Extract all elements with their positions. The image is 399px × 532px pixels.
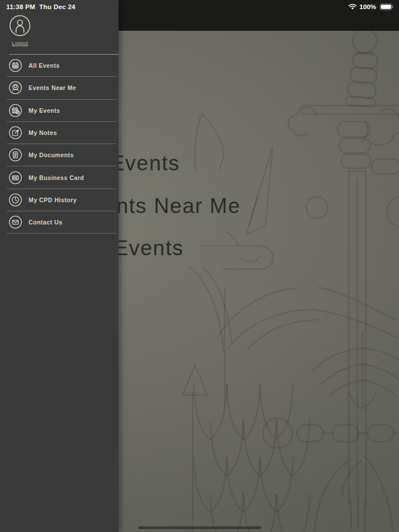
menu-label: My Business Card bbox=[28, 174, 84, 181]
logout-link[interactable]: Logout bbox=[12, 40, 28, 46]
calendar-badge-icon bbox=[9, 104, 22, 117]
status-bar-right: 100% bbox=[348, 3, 394, 10]
menu-label: My Events bbox=[28, 107, 60, 114]
drawer-menu: All Events Events Near Me bbox=[7, 55, 116, 234]
menu-item-my-business-card[interactable]: My Business Card bbox=[7, 166, 116, 189]
app-screen: All Events Events Near Me My Events 11:3… bbox=[0, 0, 399, 532]
battery-icon bbox=[380, 3, 394, 10]
menu-item-contact-us[interactable]: Contact Us bbox=[7, 211, 116, 234]
menu-label: Contact Us bbox=[28, 219, 62, 226]
wifi-icon bbox=[348, 3, 357, 10]
clock-history-icon bbox=[9, 193, 22, 207]
calendar-icon bbox=[9, 59, 22, 72]
navigation-drawer: Logout All Events Events Near Me bbox=[0, 0, 119, 532]
business-card-icon bbox=[9, 171, 22, 185]
menu-item-all-events[interactable]: All Events bbox=[7, 55, 116, 77]
menu-label: My CPD History bbox=[28, 197, 76, 203]
envelope-icon bbox=[9, 215, 22, 229]
menu-label: My Documents bbox=[28, 152, 74, 158]
menu-label: All Events bbox=[28, 62, 60, 69]
status-bar-left: 11:38 PMThu Dec 24 bbox=[6, 3, 75, 10]
battery-percent: 100% bbox=[360, 3, 376, 10]
menu-item-my-notes[interactable]: My Notes bbox=[7, 122, 116, 144]
note-pencil-icon bbox=[9, 126, 22, 140]
menu-item-my-cpd-history[interactable]: My CPD History bbox=[7, 189, 116, 211]
person-nearby-icon bbox=[9, 81, 22, 95]
avatar-icon[interactable] bbox=[9, 15, 31, 36]
status-date: Thu Dec 24 bbox=[39, 3, 75, 10]
menu-label: My Notes bbox=[28, 129, 57, 136]
status-time: 11:38 PM bbox=[6, 3, 35, 10]
menu-label: Events Near Me bbox=[28, 84, 76, 91]
heraldic-crest-watermark bbox=[119, 31, 399, 532]
menu-item-my-events[interactable]: My Events bbox=[7, 100, 116, 122]
home-indicator[interactable] bbox=[138, 526, 261, 529]
menu-item-events-near-me[interactable]: Events Near Me bbox=[7, 77, 116, 99]
document-icon bbox=[9, 148, 22, 162]
menu-item-my-documents[interactable]: My Documents bbox=[7, 144, 116, 166]
